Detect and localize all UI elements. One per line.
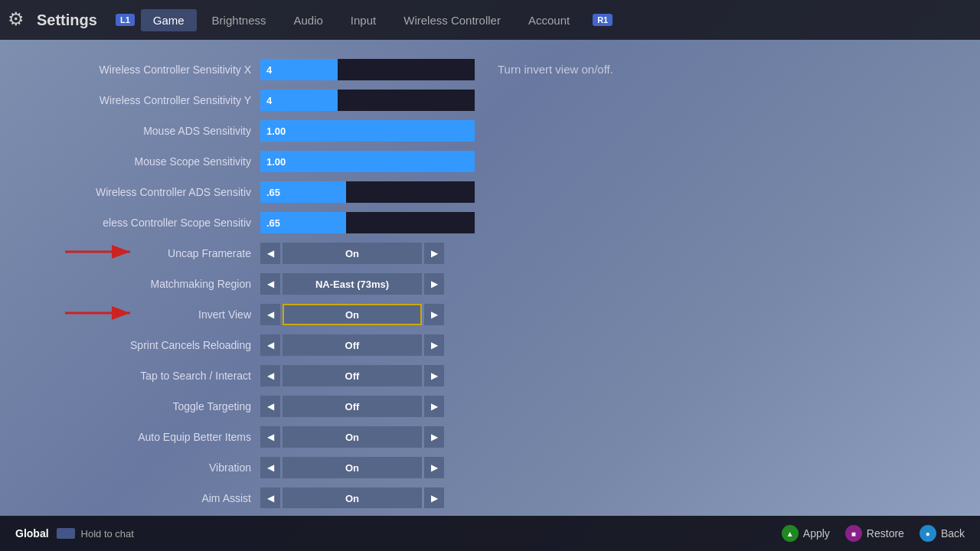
slider-control-wcy[interactable]: 4 bbox=[260, 90, 475, 111]
app-title: Settings bbox=[37, 11, 97, 29]
slider-value-wcx: 4 bbox=[266, 64, 272, 76]
label-uncap_framerate: Uncap Framerate bbox=[0, 247, 260, 259]
label-mouse_scope: Mouse Scope Sensitivity bbox=[0, 155, 260, 168]
setting-row-wc_scope: eless Controller Scope Sensitiv .65 bbox=[0, 208, 475, 237]
r1-badge: R1 bbox=[593, 14, 612, 26]
slider-value-wc_ads: .65 bbox=[266, 187, 280, 198]
tab-wireless-controller[interactable]: Wireless Controller bbox=[391, 9, 513, 31]
label-auto_equip: Auto Equip Better Items bbox=[0, 431, 260, 443]
toggle-left-invert_view[interactable] bbox=[260, 304, 280, 325]
toggle-value-invert_view: On bbox=[283, 304, 422, 325]
setting-row-wc_ads: Wireless Controller ADS Sensitiv .65 bbox=[0, 178, 475, 207]
description-panel: Turn invert view on/off. bbox=[475, 47, 980, 508]
tab-brightness[interactable]: Brightness bbox=[200, 9, 279, 31]
toggle-left-tap_search[interactable] bbox=[260, 365, 280, 386]
setting-row-mouse_ads: Mouse ADS Sensitivity 1.00 bbox=[0, 116, 475, 145]
setting-row-invert_view: Invert View On bbox=[0, 300, 475, 329]
toggle-value-matchmaking_region: NA-East (73ms) bbox=[283, 273, 422, 295]
label-matchmaking_region: Matchmaking Region bbox=[0, 278, 260, 290]
setting-row-tap_search: Tap to Search / Interact Off bbox=[0, 361, 475, 390]
back-action[interactable]: ● Back bbox=[920, 525, 965, 542]
toggle-right-matchmaking_region[interactable] bbox=[424, 273, 444, 295]
toggle-control-auto_equip: On bbox=[260, 426, 444, 448]
slider-value-wcy: 4 bbox=[266, 95, 272, 106]
tab-account[interactable]: Account bbox=[516, 9, 582, 31]
toggle-left-aim_assist[interactable] bbox=[260, 487, 280, 508]
label-wcy: Wireless Controller Sensitivity Y bbox=[0, 94, 260, 106]
toggle-control-sprint_cancels: Off bbox=[260, 334, 444, 356]
setting-row-wcy: Wireless Controller Sensitivity Y 4 bbox=[0, 86, 475, 115]
setting-row-toggle_targeting: Toggle Targeting Off bbox=[0, 392, 475, 421]
toggle-right-auto_equip[interactable] bbox=[424, 426, 444, 448]
square-button: ■ bbox=[845, 525, 862, 542]
toggle-right-vibration[interactable] bbox=[424, 457, 444, 478]
toggle-value-sprint_cancels: Off bbox=[283, 334, 422, 356]
tab-audio[interactable]: Audio bbox=[281, 9, 335, 31]
slider-control-mouse_ads[interactable]: 1.00 bbox=[260, 120, 475, 142]
triangle-button: ▲ bbox=[782, 525, 799, 542]
bottom-actions: ▲ Apply ■ Restore ● Back bbox=[782, 525, 965, 542]
hold-to-chat-text: Hold to chat bbox=[81, 528, 134, 540]
toggle-value-tap_search: Off bbox=[283, 365, 422, 386]
toggle-control-aim_assist: On bbox=[260, 487, 444, 508]
toggle-value-vibration: On bbox=[283, 457, 422, 478]
setting-row-matchmaking_region: Matchmaking Region NA-East (73ms) bbox=[0, 269, 475, 298]
toggle-right-uncap_framerate[interactable] bbox=[424, 243, 444, 264]
toggle-value-uncap_framerate: On bbox=[283, 243, 422, 264]
slider-control-wc_ads[interactable]: .65 bbox=[260, 181, 475, 203]
label-wcx: Wireless Controller Sensitivity X bbox=[0, 64, 260, 76]
slider-value-mouse_scope: 1.00 bbox=[266, 156, 286, 168]
setting-description: Turn invert view on/off. bbox=[498, 63, 613, 76]
label-aim_assist: Aim Assist bbox=[0, 492, 260, 504]
toggle-right-sprint_cancels[interactable] bbox=[424, 334, 444, 356]
toggle-control-matchmaking_region: NA-East (73ms) bbox=[260, 273, 444, 295]
restore-label: Restore bbox=[867, 527, 904, 540]
setting-row-aim_assist: Aim Assist On bbox=[0, 484, 475, 508]
slider-control-wc_scope[interactable]: .65 bbox=[260, 212, 475, 233]
bottom-bar: Global Hold to chat ▲ Apply ■ Restore ● … bbox=[0, 516, 980, 551]
toggle-right-toggle_targeting[interactable] bbox=[424, 396, 444, 417]
toggle-value-toggle_targeting: Off bbox=[283, 396, 422, 417]
toggle-left-auto_equip[interactable] bbox=[260, 426, 280, 448]
setting-row-wcx: Wireless Controller Sensitivity X 4 bbox=[0, 55, 475, 84]
tab-game[interactable]: Game bbox=[141, 9, 197, 31]
label-vibration: Vibration bbox=[0, 461, 260, 474]
slider-control-mouse_scope[interactable]: 1.00 bbox=[260, 151, 475, 172]
settings-list: Wireless Controller Sensitivity X 4 Wire… bbox=[0, 47, 475, 508]
slider-value-wc_scope: .65 bbox=[266, 217, 280, 229]
chat-icon bbox=[57, 528, 75, 539]
label-tap_search: Tap to Search / Interact bbox=[0, 370, 260, 382]
label-mouse_ads: Mouse ADS Sensitivity bbox=[0, 125, 260, 137]
restore-action[interactable]: ■ Restore bbox=[845, 525, 904, 542]
hold-to-chat: Hold to chat bbox=[57, 528, 134, 540]
toggle-right-tap_search[interactable] bbox=[424, 365, 444, 386]
setting-row-uncap_framerate: Uncap Framerate On bbox=[0, 239, 475, 268]
toggle-control-tap_search: Off bbox=[260, 365, 444, 386]
setting-row-sprint_cancels: Sprint Cancels Reloading Off bbox=[0, 331, 475, 360]
label-toggle_targeting: Toggle Targeting bbox=[0, 400, 260, 412]
toggle-right-aim_assist[interactable] bbox=[424, 487, 444, 508]
label-wc_ads: Wireless Controller ADS Sensitiv bbox=[0, 186, 260, 198]
slider-control-wcx[interactable]: 4 bbox=[260, 59, 475, 80]
global-label: Global bbox=[15, 527, 49, 540]
toggle-left-toggle_targeting[interactable] bbox=[260, 396, 280, 417]
toggle-right-invert_view[interactable] bbox=[424, 304, 444, 325]
setting-row-mouse_scope: Mouse Scope Sensitivity 1.00 bbox=[0, 147, 475, 176]
apply-action[interactable]: ▲ Apply bbox=[782, 525, 830, 542]
setting-row-vibration: Vibration On bbox=[0, 453, 475, 482]
toggle-left-vibration[interactable] bbox=[260, 457, 280, 478]
slider-value-mouse_ads: 1.00 bbox=[266, 126, 286, 137]
tab-input[interactable]: Input bbox=[338, 9, 388, 31]
label-wc_scope: eless Controller Scope Sensitiv bbox=[0, 217, 260, 229]
nav-bar: ⚙ Settings L1 Game Brightness Audio Inpu… bbox=[0, 0, 980, 40]
toggle-left-sprint_cancels[interactable] bbox=[260, 334, 280, 356]
toggle-left-uncap_framerate[interactable] bbox=[260, 243, 280, 264]
label-invert_view: Invert View bbox=[0, 308, 260, 321]
toggle-value-aim_assist: On bbox=[283, 487, 422, 508]
main-content: Wireless Controller Sensitivity X 4 Wire… bbox=[0, 40, 980, 516]
toggle-control-uncap_framerate: On bbox=[260, 243, 444, 264]
toggle-left-matchmaking_region[interactable] bbox=[260, 273, 280, 295]
setting-row-auto_equip: Auto Equip Better Items On bbox=[0, 422, 475, 452]
toggle-control-vibration: On bbox=[260, 457, 444, 478]
toggle-value-auto_equip: On bbox=[283, 426, 422, 448]
